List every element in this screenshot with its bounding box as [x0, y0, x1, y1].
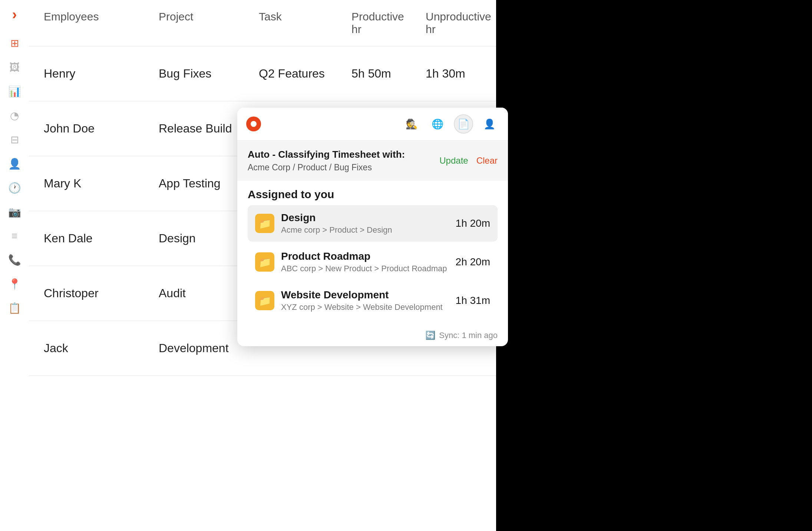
employee-name: Henry	[36, 56, 151, 92]
grid-icon[interactable]: ⊞	[10, 37, 19, 49]
col-employees: Employees	[36, 0, 151, 46]
table-header: Employees Project Task Productive hr Unp…	[29, 0, 496, 46]
popup-header-left	[246, 117, 261, 131]
chart-bar-icon[interactable]: 📊	[8, 85, 21, 98]
contact-card-icon[interactable]: 📋	[8, 302, 21, 314]
person-icon-button[interactable]: 👤	[480, 114, 499, 134]
task-folder-icon: 📁	[255, 214, 274, 233]
unproductive-hours: 1h 30m	[418, 56, 504, 92]
popup-header: 🕵 🌐 📄 👤	[237, 108, 508, 141]
task-info: Design Acme corp > Product > Design	[281, 212, 449, 235]
person-circle-icon[interactable]: 👤	[8, 158, 21, 170]
task-duration: 1h 20m	[456, 217, 490, 229]
task-folder-icon: 📁	[255, 291, 274, 310]
list-icon[interactable]: ≡	[11, 230, 17, 242]
employee-name: Christoper	[36, 275, 151, 311]
person-icon: 👤	[483, 118, 495, 130]
sidebar: › ⊞ 🖼 📊 ◔ ⊟ 👤 🕐 📷 ≡ 📞 📍 📋	[0, 0, 29, 531]
project-name: Development	[151, 330, 251, 366]
employee-name: Jack	[36, 330, 151, 366]
task-info: Website Development XYZ corp > Website >…	[281, 289, 449, 312]
popup-header-icons: 🕵 🌐 📄 👤	[402, 114, 499, 134]
assigned-title: Assigned to you	[248, 188, 498, 201]
task-path: Acme corp > Product > Design	[281, 225, 449, 235]
document-icon-button[interactable]: 📄	[454, 114, 473, 134]
project-name: Release Build	[151, 111, 251, 147]
auto-classify-actions: Update Clear	[439, 155, 498, 166]
globe-icon-button[interactable]: 🌐	[428, 114, 447, 134]
pin-icon[interactable]: 📍	[8, 278, 21, 290]
sync-label: Sync: 1 min ago	[439, 331, 498, 340]
employee-name: Ken Dale	[36, 220, 151, 256]
sync-icon: 🔄	[425, 331, 435, 340]
globe-icon: 🌐	[432, 118, 443, 130]
spy-icon: 🕵	[406, 118, 417, 130]
project-name: Design	[151, 220, 251, 256]
spy-icon-button[interactable]: 🕵	[402, 114, 421, 134]
task-item-product-roadmap[interactable]: 📁 Product Roadmap ABC corp > New Product…	[248, 244, 498, 280]
col-task: Task	[251, 0, 344, 46]
clear-button[interactable]: Clear	[476, 155, 498, 166]
project-name: App Testing	[151, 165, 251, 201]
auto-classify-subtitle: Acme Corp / Product / Bug Fixes	[248, 163, 439, 173]
auto-classify-title: Auto - Classifying Timesheet with:	[248, 149, 439, 160]
task-item-design[interactable]: 📁 Design Acme corp > Product > Design 1h…	[248, 205, 498, 242]
col-unproductive: Unproductive hr	[418, 0, 504, 46]
col-productive: Productive hr	[344, 0, 418, 46]
image-icon[interactable]: 🖼	[9, 61, 20, 73]
productive-hours: 5h 50m	[344, 56, 418, 92]
auto-classify-bar: Auto - Classifying Timesheet with: Acme …	[237, 141, 508, 181]
task-name: Website Development	[281, 289, 449, 301]
popup-footer: 🔄 Sync: 1 min ago	[237, 325, 508, 346]
project-name: Bug Fixes	[151, 56, 251, 92]
record-dot-inner	[251, 121, 257, 127]
task-folder-icon: 📁	[255, 252, 274, 272]
task-name: Design	[281, 212, 449, 224]
col-project: Project	[151, 0, 251, 46]
update-button[interactable]: Update	[439, 155, 468, 166]
pie-chart-icon[interactable]: ◔	[10, 109, 19, 122]
auto-classify-text: Auto - Classifying Timesheet with: Acme …	[248, 149, 439, 173]
task-name: Q2 Features	[251, 56, 344, 92]
task-item-website-development[interactable]: 📁 Website Development XYZ corp > Website…	[248, 282, 498, 319]
app-logo: ›	[12, 7, 17, 22]
task-path: ABC corp > New Product > Product Roadmap	[281, 264, 449, 273]
phone-icon[interactable]: 📞	[8, 254, 21, 266]
camera-icon[interactable]: 📷	[8, 206, 21, 218]
record-indicator	[246, 117, 261, 131]
table-icon[interactable]: ⊟	[10, 134, 19, 146]
employee-name: Mary K	[36, 165, 151, 201]
auto-classify-popup: 🕵 🌐 📄 👤 Auto - Classifying Timesheet wit…	[237, 108, 508, 346]
employee-name: John Doe	[36, 111, 151, 147]
task-name: Product Roadmap	[281, 250, 449, 262]
clock-icon[interactable]: 🕐	[8, 182, 21, 194]
document-icon: 📄	[458, 118, 469, 130]
project-name: Audit	[151, 275, 251, 311]
task-duration: 1h 31m	[456, 295, 490, 307]
assigned-section: Assigned to you 📁 Design Acme corp > Pro…	[237, 181, 508, 325]
task-info: Product Roadmap ABC corp > New Product >…	[281, 250, 449, 273]
task-path: XYZ corp > Website > Website Development	[281, 302, 449, 312]
task-duration: 2h 20m	[456, 256, 490, 268]
table-row[interactable]: Henry Bug Fixes Q2 Features 5h 50m 1h 30…	[29, 46, 496, 101]
